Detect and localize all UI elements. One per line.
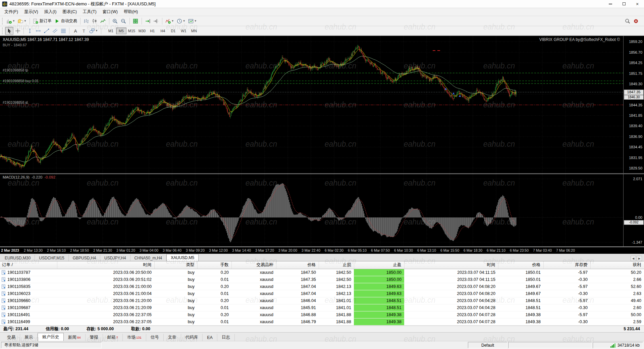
- history-column-header[interactable]: 库存费: [543, 261, 590, 269]
- chart-tab-usdjpy-h4[interactable]: USDJPY,H4: [100, 255, 130, 261]
- menu-help[interactable]: 帮助(H): [121, 8, 141, 16]
- text-button[interactable]: A: [71, 27, 79, 35]
- history-row[interactable]: 19011038062023.03.06 20:51:02buy0.01xauu…: [0, 276, 644, 283]
- history-row[interactable]: 19011164912023.03.06 22:37:05buy0.20xauu…: [0, 311, 644, 318]
- equidistant-channel-button[interactable]: [51, 27, 59, 35]
- periods-button[interactable]: ▼: [175, 17, 187, 25]
- toolbar-drag-handle[interactable]: [2, 28, 4, 34]
- price-chart-canvas[interactable]: #1901098858 tp#1901098858 buy 0.01#19010…: [0, 36, 623, 173]
- bar-chart-mode-button[interactable]: [82, 17, 91, 25]
- chart-tab-chna50-m-h4[interactable]: CHNA50_m,H4: [130, 255, 167, 261]
- chevron-down-icon[interactable]: ▼: [194, 19, 197, 22]
- history-row[interactable]: 19011058352023.03.06 21:00:00buy0.20xauu…: [0, 283, 644, 290]
- menu-insert[interactable]: 插入(I): [41, 8, 60, 16]
- history-row[interactable]: 19011096872023.03.06 21:20:09buy0.01xauu…: [0, 304, 644, 311]
- auto-scroll-button[interactable]: [144, 17, 152, 25]
- terminal-tab-mailbox[interactable]: 邮箱7: [103, 334, 123, 341]
- tile-windows-button[interactable]: [131, 17, 140, 25]
- history-column-header[interactable]: 止盈: [354, 261, 404, 269]
- history-row[interactable]: 19011060232023.03.06 21:00:04buy0.01xauu…: [0, 290, 644, 297]
- chevron-down-icon[interactable]: ▼: [183, 19, 185, 22]
- close-button[interactable]: ×: [631, 0, 644, 8]
- terminal-tab-account-history[interactable]: 账户历史: [38, 333, 64, 341]
- menu-window[interactable]: 窗口(W): [100, 8, 121, 16]
- chart-tab-eurusd-m30[interactable]: EURUSD,M30: [1, 255, 35, 261]
- menu-charts[interactable]: 图表(C): [59, 8, 79, 16]
- new-chart-button[interactable]: ▼: [5, 17, 16, 25]
- menu-file[interactable]: 文件(F): [1, 8, 21, 16]
- vertical-line-button[interactable]: [25, 27, 34, 35]
- cursor-button[interactable]: [5, 27, 13, 35]
- terminal-tab-code-base[interactable]: 代码库: [181, 334, 203, 341]
- scroll-left-icon[interactable]: ◀: [631, 256, 636, 261]
- indicators-button[interactable]: ▼: [164, 17, 175, 25]
- crosshair-button[interactable]: [13, 27, 22, 35]
- price-axis[interactable]: 1859.201856.701854.251851.751849.301846.…: [623, 36, 644, 173]
- macd-indicator-pane[interactable]: MACD(12,26,9)-0.220-0.092 2.0710.00-1.34…: [0, 174, 644, 246]
- terminal-tab-experts[interactable]: EA: [203, 334, 217, 341]
- chart-shift-button[interactable]: [152, 17, 160, 25]
- terminal-tab-journal[interactable]: 日志: [217, 334, 235, 341]
- history-column-header[interactable]: 获利: [590, 261, 644, 269]
- text-label-button[interactable]: T: [79, 27, 88, 35]
- price-chart-pane[interactable]: #1901098858 tp#1901098858 buy 0.01#19010…: [0, 36, 644, 173]
- timeframe-w1[interactable]: W1: [178, 28, 189, 34]
- history-column-header[interactable]: 订单 /: [0, 261, 57, 269]
- chevron-down-icon[interactable]: ▼: [12, 19, 15, 22]
- scroll-right-icon[interactable]: ▶: [637, 256, 642, 261]
- history-column-header[interactable]: 交易品种: [231, 261, 276, 269]
- chevron-down-icon[interactable]: ▼: [24, 19, 26, 22]
- profiles-button[interactable]: ▼: [16, 17, 28, 25]
- shapes-button[interactable]: ▼: [88, 27, 99, 35]
- terminal-tab-articles[interactable]: 文章: [164, 334, 181, 341]
- restore-button[interactable]: [617, 0, 631, 8]
- line-chart-mode-button[interactable]: [99, 17, 107, 25]
- history-column-header[interactable]: 手数: [197, 261, 231, 269]
- timeframe-h4[interactable]: H4: [158, 28, 168, 34]
- chart-tab-xauusd-m5[interactable]: XAUUSD,M5: [166, 254, 199, 261]
- new-order-button[interactable]: 新订单: [32, 17, 53, 25]
- record-button[interactable]: [632, 17, 640, 25]
- macd-canvas[interactable]: [0, 174, 623, 246]
- timeframe-m15[interactable]: M15: [126, 28, 137, 34]
- zoom-out-button[interactable]: [119, 17, 128, 25]
- auto-trading-button[interactable]: 自动交易: [53, 17, 78, 25]
- terminal-tab-market[interactable]: 市场131: [123, 334, 146, 341]
- status-profile[interactable]: Default: [468, 342, 507, 348]
- chevron-down-icon[interactable]: ▼: [171, 19, 174, 22]
- macd-axis[interactable]: 2.0710.00-1.347-0.092: [623, 174, 644, 246]
- terminal-tab-alerts[interactable]: 警报: [86, 334, 103, 341]
- menu-tools[interactable]: 工具(T): [80, 8, 100, 16]
- chart-tab-usdchf-m15[interactable]: USDCHF,M15: [35, 255, 68, 261]
- candle-chart-mode-button[interactable]: [91, 17, 99, 25]
- history-column-header[interactable]: 止损: [319, 261, 354, 269]
- terminal-tab-trade[interactable]: 交易: [3, 334, 20, 341]
- minimize-button[interactable]: [604, 0, 617, 8]
- horizontal-line-button[interactable]: [34, 27, 42, 35]
- history-row[interactable]: 19011037872023.03.06 20:50:00buy0.20xauu…: [0, 269, 644, 276]
- terminal-tab-news[interactable]: 新闻84: [64, 334, 86, 341]
- status-connection[interactable]: 34718/14 kb: [593, 342, 643, 348]
- search-button[interactable]: [623, 17, 632, 25]
- history-row[interactable]: 19011096602023.03.06 21:20:00buy0.20xauu…: [0, 297, 644, 304]
- terminal-tab-exposure[interactable]: 展示: [20, 334, 38, 341]
- history-row[interactable]: 19011164992023.03.06 22:37:05buy0.01xauu…: [0, 318, 644, 325]
- timeframe-m1[interactable]: M1: [106, 28, 116, 34]
- timeframe-mn[interactable]: MN: [189, 28, 199, 34]
- timeframe-d1[interactable]: D1: [168, 28, 178, 34]
- timeframe-m30[interactable]: M30: [137, 28, 147, 34]
- chart-tab-gbpusd-h4[interactable]: GBPUSD,H4: [69, 255, 100, 261]
- history-column-header[interactable]: 类型: [154, 261, 197, 269]
- timeframe-h1[interactable]: H1: [147, 28, 158, 34]
- timeframe-m5[interactable]: M5: [116, 28, 126, 34]
- chevron-down-icon[interactable]: ▼: [95, 29, 98, 32]
- history-column-header[interactable]: 价格: [276, 261, 319, 269]
- zoom-in-button[interactable]: [111, 17, 119, 25]
- history-column-header[interactable]: 时间: [57, 261, 154, 269]
- menu-view[interactable]: 显示(V): [21, 8, 41, 16]
- terminal-tab-signals[interactable]: 信号: [146, 334, 164, 341]
- trendline-button[interactable]: [42, 27, 51, 35]
- time-axis[interactable]: 2 Mar 20232 Mar 13:302 Mar 16:102 Mar 18…: [0, 247, 644, 254]
- toolbar-drag-handle[interactable]: [2, 18, 4, 24]
- templates-button[interactable]: ▼: [187, 17, 198, 25]
